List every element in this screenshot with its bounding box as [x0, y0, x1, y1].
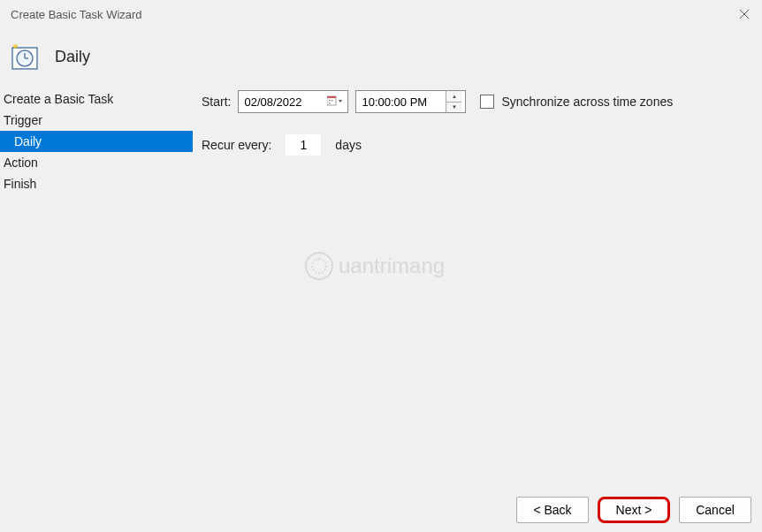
titlebar: Create Basic Task Wizard: [0, 0, 762, 28]
close-button[interactable]: [737, 7, 751, 21]
close-icon: [739, 9, 750, 19]
date-picker[interactable]: [238, 90, 348, 113]
calendar-dropdown-icon[interactable]: [326, 95, 344, 109]
clock-icon: [11, 42, 39, 71]
next-button[interactable]: Next >: [598, 497, 670, 523]
sidebar-item-daily[interactable]: Daily: [0, 131, 193, 152]
sidebar-item-finish[interactable]: Finish: [0, 173, 193, 194]
cancel-button[interactable]: Cancel: [679, 497, 751, 523]
spinner-up-button[interactable]: ▲: [446, 91, 461, 103]
button-bar: < Back Next > Cancel: [516, 497, 751, 523]
svg-rect-8: [329, 100, 331, 102]
start-label: Start:: [202, 95, 231, 109]
sync-checkbox-group: Synchronize across time zones: [480, 95, 673, 109]
recur-input[interactable]: [286, 134, 321, 156]
time-picker[interactable]: ▲ ▼: [355, 90, 466, 113]
sidebar-item-action[interactable]: Action: [0, 152, 193, 173]
date-input[interactable]: [244, 95, 315, 109]
wizard-header: Daily: [0, 28, 762, 88]
wizard-steps-sidebar: Create a Basic Task Trigger Daily Action…: [0, 88, 193, 486]
sync-label: Synchronize across time zones: [501, 95, 673, 109]
sidebar-item-create-task[interactable]: Create a Basic Task: [0, 88, 193, 110]
time-input[interactable]: [362, 95, 446, 109]
svg-rect-9: [331, 100, 333, 102]
page-title: Daily: [55, 48, 90, 66]
recur-row: Recur every: days: [202, 134, 744, 156]
spinner-down-button[interactable]: ▼: [446, 103, 461, 113]
svg-rect-10: [329, 103, 331, 104]
sync-checkbox[interactable]: [480, 95, 494, 109]
recur-label: Recur every:: [202, 138, 271, 152]
main-panel: Start: ▲ ▼: [193, 88, 762, 486]
start-row: Start: ▲ ▼: [202, 90, 744, 113]
window-title: Create Basic Task Wizard: [11, 8, 142, 21]
sidebar-item-trigger[interactable]: Trigger: [0, 110, 193, 131]
time-spinner: ▲ ▼: [446, 91, 461, 112]
back-button[interactable]: < Back: [516, 497, 589, 523]
recur-unit-label: days: [335, 138, 362, 152]
content-area: Create a Basic Task Trigger Daily Action…: [0, 88, 762, 486]
svg-rect-7: [327, 96, 336, 98]
